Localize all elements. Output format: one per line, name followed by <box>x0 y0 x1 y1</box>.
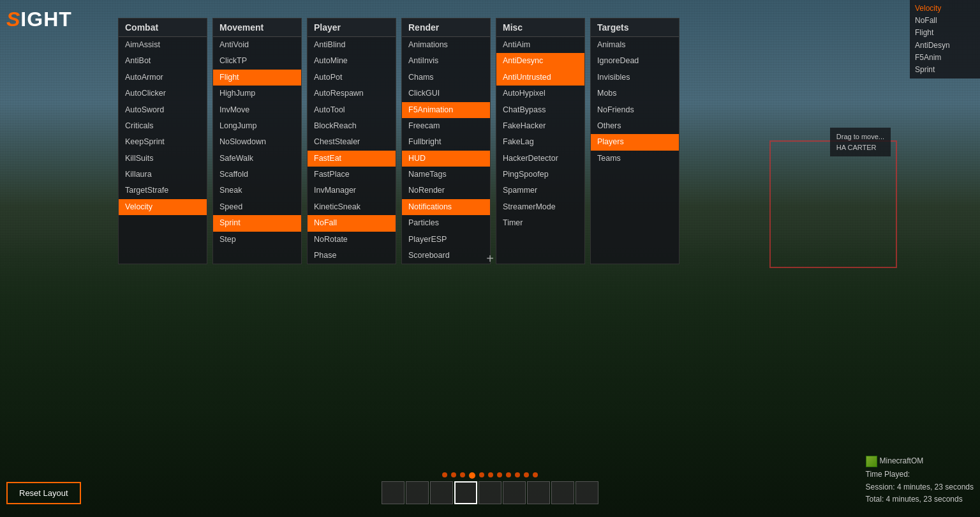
menu-item-norotate[interactable]: NoRotate <box>308 232 396 248</box>
menu-item-autotool[interactable]: AutoTool <box>308 102 396 118</box>
menu-item-autoarmor[interactable]: AutoArmor <box>119 70 207 86</box>
menu-item-animations[interactable]: Animations <box>402 37 490 53</box>
menu-item-phase[interactable]: Phase <box>308 248 396 264</box>
menu-item-antiinvis[interactable]: AntiInvis <box>402 53 490 69</box>
menu-item-antidesync[interactable]: AntiDesync <box>496 53 584 69</box>
menu-item-keepsprint[interactable]: KeepSprint <box>119 134 207 150</box>
menu-item-aimassist[interactable]: AimAssist <box>119 37 207 53</box>
menu-item-scaffold[interactable]: Scaffold <box>213 167 301 183</box>
render-panel: Render Animations AntiInvis Chams ClickG… <box>401 18 491 264</box>
menu-item-killsuits[interactable]: KillSuits <box>119 151 207 167</box>
menu-item-autoclicker[interactable]: AutoClicker <box>119 86 207 101</box>
menu-item-nofall[interactable]: NoFall <box>308 215 396 231</box>
menu-item-teams[interactable]: Teams <box>591 151 679 167</box>
menu-item-streamermode[interactable]: StreamerMode <box>496 199 584 215</box>
menu-item-nofriends[interactable]: NoFriends <box>591 102 679 118</box>
menu-item-nametags[interactable]: NameTags <box>402 167 490 183</box>
menu-item-antivoid[interactable]: AntiVoid <box>213 37 301 53</box>
menu-item-fakelag[interactable]: FakeLag <box>496 134 584 150</box>
menu-item-scoreboard[interactable]: Scoreboard <box>402 248 490 264</box>
hotbar-slot-9[interactable] <box>575 481 598 504</box>
menu-item-freecam[interactable]: Freecam <box>402 118 490 134</box>
menu-item-notifications[interactable]: Notifications <box>402 199 490 215</box>
menu-item-blockreach[interactable]: BlockReach <box>308 118 396 134</box>
floating-line2: HA CARTER <box>836 142 884 153</box>
menu-item-autosword[interactable]: AutoSword <box>119 102 207 118</box>
menu-item-clicktp[interactable]: ClickTP <box>213 53 301 69</box>
menu-item-ignoredead[interactable]: IgnoreDead <box>591 53 679 69</box>
hotbar-slot-8[interactable] <box>551 481 574 504</box>
menu-item-safewalk[interactable]: SafeWalk <box>213 151 301 167</box>
minecraft-logo: MinecraftOM <box>866 455 974 467</box>
top-right-f5anim: F5Anim <box>915 52 975 64</box>
hotbar-slot-1[interactable] <box>382 481 405 504</box>
menu-item-killaura[interactable]: Killaura <box>119 167 207 183</box>
menu-item-norender[interactable]: NoRender <box>402 183 490 199</box>
menu-item-playeresp[interactable]: PlayerESP <box>402 232 490 248</box>
menu-item-invmanager[interactable]: InvManager <box>308 183 396 199</box>
menu-item-invmove[interactable]: InvMove <box>213 102 301 118</box>
menu-item-antibot[interactable]: AntiBot <box>119 53 207 69</box>
menu-item-speed[interactable]: Speed <box>213 199 301 215</box>
menu-item-cheststealer[interactable]: ChestStealer <box>308 134 396 150</box>
menu-item-particles[interactable]: Particles <box>402 215 490 231</box>
hotbar-slot-4[interactable] <box>454 481 477 504</box>
top-right-flight: Flight <box>915 27 975 39</box>
menu-item-flight[interactable]: Flight <box>213 70 301 86</box>
menu-item-invisibles[interactable]: Invisibles <box>591 70 679 86</box>
hotbar-slot-6[interactable] <box>503 481 526 504</box>
menu-item-fasteat[interactable]: FastEat <box>308 151 396 167</box>
logo-text: IGHT <box>20 8 71 31</box>
hotbar-dot-5 <box>479 472 484 477</box>
menu-item-targetstrafe[interactable]: TargetStrafe <box>119 183 207 199</box>
hotbar-slot-2[interactable] <box>406 481 429 504</box>
menu-item-others[interactable]: Others <box>591 118 679 134</box>
menu-item-fullbright[interactable]: Fullbright <box>402 134 490 150</box>
menu-item-chams[interactable]: Chams <box>402 70 490 86</box>
hotbar-slot-5[interactable] <box>479 481 501 504</box>
menu-item-velocity[interactable]: Velocity <box>119 199 207 215</box>
menu-item-autorespawn[interactable]: AutoRespawn <box>308 86 396 101</box>
menu-item-step[interactable]: Step <box>213 232 301 248</box>
menu-item-f5animation[interactable]: F5Animation <box>402 102 490 118</box>
menu-item-noslowdown[interactable]: NoSlowdown <box>213 134 301 150</box>
hotbar-slot-3[interactable] <box>430 481 453 504</box>
reset-layout-button[interactable]: Reset Layout <box>6 482 81 504</box>
menu-item-antiaim[interactable]: AntiAim <box>496 37 584 53</box>
menu-item-antiblind[interactable]: AntiBlind <box>308 37 396 53</box>
total-time: Total: 4 minutes, 23 seconds <box>866 493 974 506</box>
menu-item-chatbypass[interactable]: ChatBypass <box>496 102 584 118</box>
top-right-sprint: Sprint <box>915 64 975 76</box>
menu-item-hackerdetector[interactable]: HackerDetector <box>496 151 584 167</box>
hotbar-dot-7 <box>497 472 502 477</box>
hotbar-dot-6 <box>488 472 493 477</box>
menu-item-autopot[interactable]: AutoPot <box>308 70 396 86</box>
menu-item-hud[interactable]: HUD <box>402 151 490 167</box>
combat-panel: Combat AimAssist AntiBot AutoArmor AutoC… <box>118 18 207 264</box>
menu-item-spammer[interactable]: Spammer <box>496 183 584 199</box>
menu-item-timer[interactable]: Timer <box>496 215 584 231</box>
menu-item-pingspoofер[interactable]: PingSpoofер <box>496 167 584 183</box>
targets-header: Targets <box>591 19 679 37</box>
render-header: Render <box>402 19 490 37</box>
session-time: Session: 4 minutes, 23 seconds <box>866 481 974 493</box>
menu-item-fakehacker[interactable]: FakeHacker <box>496 118 584 134</box>
hotbar-dot-1 <box>442 472 447 477</box>
menu-item-longjump[interactable]: LongJump <box>213 118 301 134</box>
menu-item-automine[interactable]: AutoMine <box>308 53 396 69</box>
menu-item-sneak[interactable]: Sneak <box>213 183 301 199</box>
misc-panel: Misc AntiAim AntiDesync AntiUntrusted Au… <box>496 18 585 264</box>
hotbar-slot-7[interactable] <box>527 481 550 504</box>
menu-item-sprint[interactable]: Sprint <box>213 215 301 231</box>
menu-item-players[interactable]: Players <box>591 134 679 150</box>
menu-item-kineticsneak[interactable]: KineticSneak <box>308 199 396 215</box>
menu-item-autohypixel[interactable]: AutoHypixel <box>496 86 584 101</box>
menu-item-fastplace[interactable]: FastPlace <box>308 167 396 183</box>
menu-item-mobs[interactable]: Mobs <box>591 86 679 101</box>
menu-item-criticals[interactable]: Criticals <box>119 118 207 134</box>
menu-item-highjump[interactable]: HighJump <box>213 86 301 101</box>
menu-item-antiuntrusted[interactable]: AntiUntrusted <box>496 70 584 86</box>
menu-item-clickgui[interactable]: ClickGUI <box>402 86 490 101</box>
menu-item-animals[interactable]: Animals <box>591 37 679 53</box>
hotbar-dots <box>442 472 538 479</box>
